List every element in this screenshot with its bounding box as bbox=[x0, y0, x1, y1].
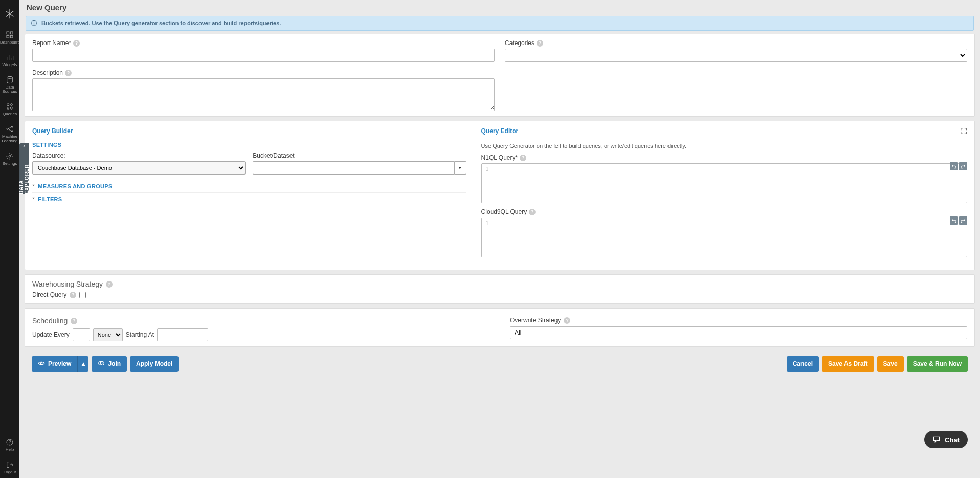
undo-button[interactable] bbox=[950, 162, 958, 170]
chevron-left-icon: ‹ bbox=[23, 143, 25, 149]
bucket-label: Bucket/Dataset bbox=[253, 152, 466, 159]
join-button[interactable]: Join bbox=[92, 356, 127, 372]
overwrite-strategy-input[interactable] bbox=[510, 326, 967, 339]
undo-button[interactable] bbox=[950, 216, 958, 225]
svg-rect-2 bbox=[7, 35, 9, 38]
direct-query-label: Direct Query bbox=[32, 291, 66, 298]
help-icon[interactable]: ? bbox=[71, 318, 77, 324]
scheduling-heading: Scheduling bbox=[32, 317, 68, 325]
sidebar-label: Machine Learning bbox=[2, 134, 17, 143]
measures-groups-toggle[interactable]: ˅ MEASURES AND GROUPS bbox=[32, 180, 466, 192]
help-icon[interactable]: ? bbox=[537, 40, 543, 47]
description-textarea[interactable] bbox=[32, 78, 495, 111]
redo-button[interactable] bbox=[959, 162, 967, 170]
caret-down-icon: ▾ bbox=[459, 165, 461, 170]
sidebar-item-dashboards[interactable]: Dashboards bbox=[0, 26, 19, 48]
chat-icon bbox=[932, 435, 941, 445]
svg-point-11 bbox=[11, 131, 13, 132]
n1ql-editor[interactable]: 1 bbox=[481, 163, 967, 203]
query-panel: Query Builder SETTINGS Datasource: Couch… bbox=[25, 121, 975, 270]
bucket-input[interactable] bbox=[253, 161, 454, 175]
svg-point-8 bbox=[10, 107, 12, 110]
sidebar-label: Settings bbox=[3, 161, 17, 166]
help-icon[interactable]: ? bbox=[564, 317, 570, 324]
query-editor-pane: Query Editor Use Query Generator on the … bbox=[474, 121, 974, 270]
sidebar-label: Help bbox=[6, 447, 14, 452]
chat-label: Chat bbox=[945, 436, 960, 444]
sidebar-item-help[interactable]: Help bbox=[0, 433, 19, 455]
description-label: Description ? bbox=[32, 69, 495, 76]
categories-select[interactable] bbox=[505, 49, 967, 62]
help-icon bbox=[5, 438, 15, 446]
expand-icon[interactable] bbox=[960, 127, 967, 135]
database-icon bbox=[5, 76, 15, 84]
sidebar-item-logout[interactable]: Logout bbox=[0, 455, 19, 478]
gear-icon bbox=[5, 152, 15, 160]
sidebar-item-ml[interactable]: Machine Learning bbox=[0, 120, 19, 147]
info-banner-text: Buckets retrieved. Use the Query generat… bbox=[41, 20, 281, 26]
sidebar-item-settings[interactable]: Settings bbox=[0, 147, 19, 169]
bucket-dropdown-button[interactable]: ▾ bbox=[454, 161, 466, 175]
svg-point-12 bbox=[9, 155, 11, 157]
direct-query-checkbox[interactable] bbox=[79, 292, 86, 298]
n1ql-label: N1QL Query* bbox=[481, 154, 518, 161]
help-icon[interactable]: ? bbox=[106, 281, 113, 288]
svg-rect-1 bbox=[10, 32, 13, 34]
datasource-select[interactable]: Couchbase Database - Demo bbox=[32, 161, 246, 175]
chat-widget[interactable]: Chat bbox=[924, 431, 968, 448]
sidebar-label: Logout bbox=[4, 470, 16, 474]
chevron-down-icon: ˅ bbox=[32, 184, 35, 189]
query-editor-header: Query Editor bbox=[481, 127, 519, 135]
starting-at-label: Starting At bbox=[126, 331, 154, 338]
help-icon[interactable]: ? bbox=[73, 40, 80, 47]
datasource-label: Datasource: bbox=[32, 152, 246, 159]
report-name-input[interactable] bbox=[32, 49, 495, 62]
help-icon[interactable]: ? bbox=[529, 209, 536, 215]
svg-point-5 bbox=[7, 104, 9, 106]
svg-point-9 bbox=[7, 128, 8, 130]
editor-hint: Use Query Generator on the left to build… bbox=[481, 143, 967, 149]
svg-point-4 bbox=[7, 76, 13, 78]
settings-heading: SETTINGS bbox=[32, 140, 466, 150]
sidebar-item-datasources[interactable]: Data Sources bbox=[0, 71, 19, 98]
preview-button[interactable]: Preview bbox=[32, 356, 77, 372]
apply-model-button[interactable]: Apply Model bbox=[130, 356, 179, 372]
sidebar-label: Widgets bbox=[3, 62, 17, 67]
join-icon bbox=[98, 360, 105, 368]
measures-label: MEASURES AND GROUPS bbox=[38, 183, 112, 189]
logout-icon bbox=[5, 461, 15, 469]
c9-editor[interactable]: 1 bbox=[481, 218, 967, 257]
cancel-button[interactable]: Cancel bbox=[787, 356, 819, 372]
svg-rect-3 bbox=[10, 35, 13, 38]
help-icon[interactable]: ? bbox=[65, 70, 72, 76]
page-title: New Query bbox=[19, 0, 980, 15]
scheduling-panel: Scheduling ? Update Every None Starting … bbox=[25, 308, 975, 347]
help-icon[interactable]: ? bbox=[70, 292, 76, 298]
warehousing-panel: Warehousing Strategy ? Direct Query ? bbox=[25, 274, 975, 304]
help-icon[interactable]: ? bbox=[520, 155, 526, 161]
caret-up-icon: ▴ bbox=[82, 360, 85, 367]
svg-point-7 bbox=[7, 107, 9, 110]
eye-icon bbox=[38, 360, 45, 368]
redo-button[interactable] bbox=[959, 216, 967, 225]
update-unit-select[interactable]: None bbox=[93, 328, 123, 341]
layers-icon bbox=[5, 102, 15, 111]
warehousing-heading: Warehousing Strategy bbox=[32, 280, 103, 288]
chevron-down-icon: ˅ bbox=[32, 197, 35, 202]
update-every-label: Update Every bbox=[32, 331, 70, 338]
starting-at-input[interactable] bbox=[157, 328, 208, 341]
data-explorer-tab[interactable]: DATA EXPLORER ‹ bbox=[19, 143, 29, 194]
filters-label: FILTERS bbox=[38, 196, 62, 202]
update-every-input[interactable] bbox=[73, 328, 90, 341]
app-sidebar: Dashboards Widgets Data Sources Queries … bbox=[0, 0, 19, 478]
sidebar-item-queries[interactable]: Queries bbox=[0, 97, 19, 120]
categories-label: Categories ? bbox=[505, 39, 967, 47]
save-run-button[interactable]: Save & Run Now bbox=[907, 356, 968, 372]
save-button[interactable]: Save bbox=[877, 356, 904, 372]
svg-point-14 bbox=[40, 362, 42, 364]
save-draft-button[interactable]: Save As Draft bbox=[822, 356, 874, 372]
preview-dropdown[interactable]: ▴ bbox=[77, 356, 88, 372]
sidebar-item-widgets[interactable]: Widgets bbox=[0, 48, 19, 71]
filters-toggle[interactable]: ˅ FILTERS bbox=[32, 192, 466, 205]
ml-icon bbox=[5, 125, 15, 133]
